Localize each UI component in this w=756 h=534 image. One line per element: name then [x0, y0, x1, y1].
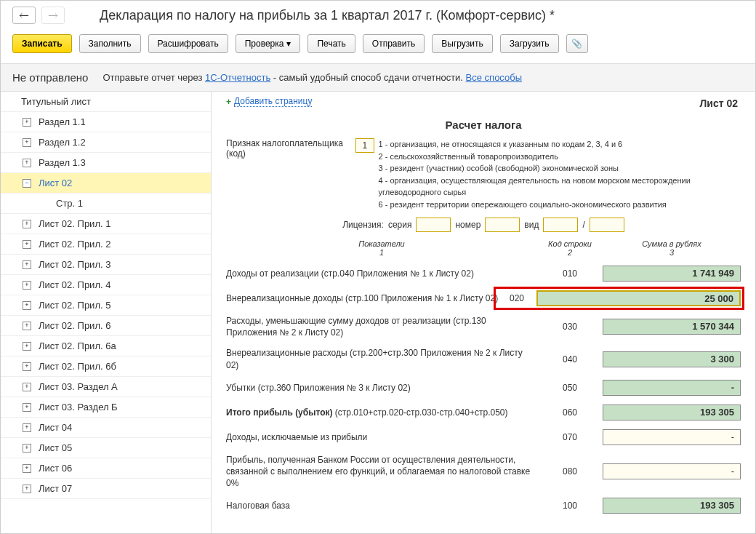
row-code: 040: [537, 354, 603, 364]
calc-row: Доходы, исключаемые из прибыли070: [226, 429, 741, 445]
license-subtype-input[interactable]: [590, 218, 624, 232]
print-button[interactable]: Печать: [307, 34, 355, 53]
row-label: Итого прибыль (убыток) (стр.010+стр.020-…: [226, 407, 537, 418]
calc-row: Доходы от реализации (стр.040 Приложения…: [226, 266, 741, 282]
tree-item[interactable]: +Лист 07: [1, 479, 211, 499]
tree-item[interactable]: +Лист 02. Прил. 4: [1, 275, 211, 295]
attach-button[interactable]: 📎: [566, 34, 588, 53]
tree-toggle-icon[interactable]: +: [23, 240, 31, 249]
tree-item[interactable]: Стр. 1: [1, 194, 211, 214]
row-value-input[interactable]: 25 000: [536, 290, 741, 306]
row-label: Внереализационные доходы (стр.100 Прилож…: [226, 292, 537, 304]
add-page-link[interactable]: + Добавить страницу: [226, 96, 312, 107]
row-label: Расходы, уменьшающие сумму доходов от ре…: [226, 315, 537, 338]
tree-item[interactable]: +Раздел 1.2: [1, 132, 211, 153]
tree-toggle-icon[interactable]: +: [23, 159, 31, 167]
row-value-input[interactable]: 3 300: [603, 351, 741, 367]
row-code: 060: [537, 407, 603, 418]
calc-row: Внереализационные расходы (стр.200+стр.3…: [226, 347, 741, 370]
status-hint: Отправьте отчет через 1С-Отчетность - са…: [102, 72, 522, 83]
link-all-methods[interactable]: Все способы: [466, 72, 522, 83]
calc-heading: Расчет налога: [226, 119, 741, 131]
taxpayer-codes-legend: 1 - организация, не относящаяся к указан…: [379, 138, 741, 210]
tree-item[interactable]: −Лист 02: [1, 173, 211, 194]
tree-item[interactable]: +Лист 02. Прил. 3: [1, 255, 211, 275]
row-value-input[interactable]: 1 741 949: [603, 266, 741, 282]
tree-item[interactable]: +Лист 02. Прил. 6: [1, 316, 211, 336]
calc-row: Итого прибыль (убыток) (стр.010+стр.020-…: [226, 405, 741, 421]
tree-item[interactable]: +Лист 02. Прил. 6а: [1, 336, 211, 356]
tree-item[interactable]: +Лист 04: [1, 418, 211, 438]
row-value-input[interactable]: 193 305: [603, 498, 741, 514]
tree-item[interactable]: +Лист 03. Раздел Б: [1, 397, 211, 418]
tree-toggle-icon[interactable]: −: [23, 179, 31, 188]
row-code: 100: [537, 501, 603, 511]
row-label: Убытки (стр.360 Приложения № 3 к Листу 0…: [226, 382, 537, 394]
fill-button[interactable]: Заполнить: [79, 34, 141, 53]
highlighted-row: 02025 000: [494, 287, 744, 310]
license-type-input[interactable]: [543, 218, 578, 232]
tree-toggle-icon[interactable]: +: [23, 342, 31, 351]
row-value-input[interactable]: 193 305: [603, 405, 741, 421]
calc-row: Налоговая база100193 305: [226, 498, 741, 514]
tree-item[interactable]: +Лист 06: [1, 458, 211, 479]
taxpayer-code-input[interactable]: 1: [355, 138, 374, 153]
tree-item[interactable]: +Лист 05: [1, 438, 211, 458]
tree-toggle-icon[interactable]: +: [23, 464, 31, 473]
tree-toggle-icon[interactable]: +: [23, 423, 31, 432]
back-button[interactable]: 🡐: [12, 7, 36, 24]
tree-toggle-icon[interactable]: +: [23, 301, 31, 310]
tree-item[interactable]: +Лист 02. Прил. 1: [1, 214, 211, 234]
plus-icon: +: [226, 97, 231, 107]
save-button[interactable]: Записать: [12, 34, 72, 53]
row-value-input[interactable]: [603, 463, 741, 479]
tree-toggle-icon[interactable]: +: [23, 444, 31, 453]
tree-toggle-icon[interactable]: +: [23, 260, 31, 269]
tree-toggle-icon[interactable]: +: [23, 118, 31, 127]
license-label: Лицензия:: [342, 220, 384, 230]
tree-item[interactable]: +Лист 02. Прил. 2: [1, 234, 211, 255]
tree-toggle-icon[interactable]: +: [23, 322, 31, 330]
row-value-input[interactable]: [603, 380, 741, 396]
tree-item[interactable]: +Раздел 1.1: [1, 112, 211, 132]
check-button[interactable]: Проверка▾: [236, 34, 301, 53]
sections-tree: Титульный лист+Раздел 1.1+Раздел 1.2+Раз…: [1, 92, 212, 533]
export-button[interactable]: Выгрузить: [432, 34, 493, 53]
row-label: Доходы, исключаемые из прибыли: [226, 431, 537, 443]
tree-toggle-icon[interactable]: +: [23, 138, 31, 147]
sheet-number: Лист 02: [699, 97, 738, 109]
page-title: Декларация по налогу на прибыль за 1 ква…: [100, 8, 555, 23]
tree-toggle-icon[interactable]: +: [23, 281, 31, 290]
send-button[interactable]: Отправить: [363, 34, 425, 53]
import-button[interactable]: Загрузить: [500, 34, 559, 53]
calc-row: Внереализационные доходы (стр.100 Прилож…: [226, 290, 741, 306]
forward-button[interactable]: 🡒: [41, 7, 65, 24]
calc-row: Прибыль, полученная Банком России от осу…: [226, 454, 741, 490]
tree-item[interactable]: +Лист 02. Прил. 5: [1, 295, 211, 316]
row-value-input[interactable]: 1 570 344: [603, 319, 741, 335]
row-code: 080: [537, 466, 603, 477]
tree-item[interactable]: +Раздел 1.3: [1, 153, 211, 173]
tree-toggle-icon[interactable]: +: [23, 485, 31, 493]
row-code: 070: [537, 432, 603, 442]
row-code: 030: [537, 322, 603, 332]
taxpayer-label: Признак налогоплательщика (код): [226, 138, 351, 159]
tree-toggle-icon[interactable]: +: [23, 362, 31, 371]
link-1c-report[interactable]: 1С-Отчетность: [205, 72, 270, 83]
calc-row: Расходы, уменьшающие сумму доходов от ре…: [226, 315, 741, 338]
tree-item[interactable]: Титульный лист: [1, 92, 211, 112]
row-code: 050: [537, 383, 603, 393]
row-label: Прибыль, полученная Банком России от осу…: [226, 454, 537, 490]
tree-item[interactable]: +Лист 02. Прил. 6б: [1, 356, 211, 377]
tree-toggle-icon[interactable]: +: [23, 220, 31, 228]
tree-toggle-icon[interactable]: +: [23, 403, 31, 412]
decode-button[interactable]: Расшифровать: [148, 34, 228, 53]
row-label: Доходы от реализации (стр.040 Приложения…: [226, 268, 537, 279]
license-series-input[interactable]: [416, 218, 451, 232]
tree-item[interactable]: +Лист 03. Раздел А: [1, 377, 211, 397]
license-number-input[interactable]: [485, 218, 520, 232]
tree-toggle-icon[interactable]: +: [23, 383, 31, 391]
row-value-input[interactable]: [603, 429, 741, 445]
row-code: 020: [497, 293, 536, 303]
send-status: Не отправлено: [12, 71, 88, 84]
